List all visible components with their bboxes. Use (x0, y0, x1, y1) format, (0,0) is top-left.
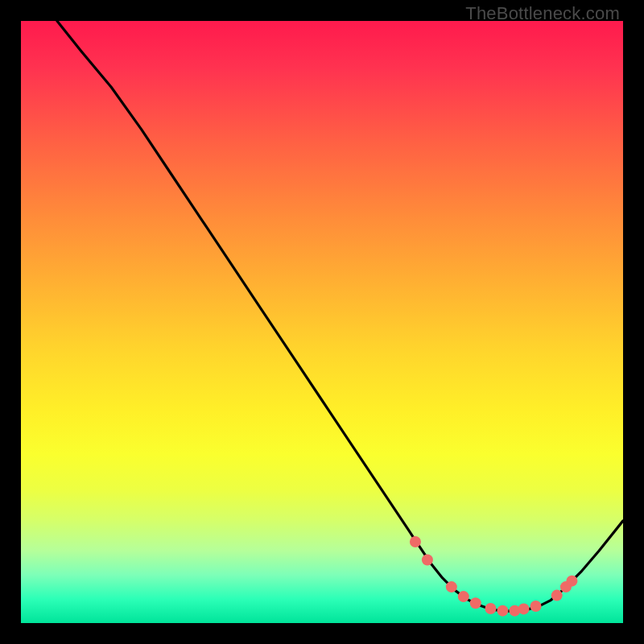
watermark-text: TheBottleneck.com (465, 3, 620, 24)
plot-gradient-background (21, 21, 623, 623)
chart-frame: TheBottleneck.com (0, 0, 644, 644)
